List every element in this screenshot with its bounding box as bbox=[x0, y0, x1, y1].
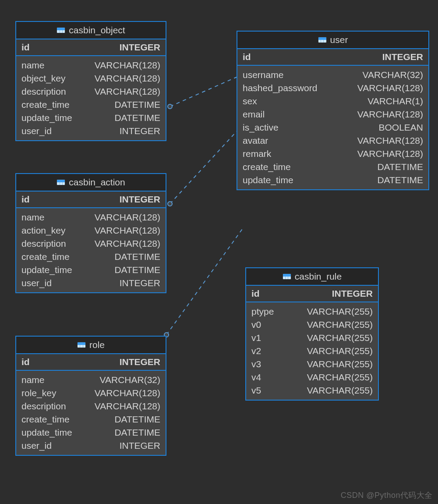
table-header: role bbox=[16, 337, 166, 354]
column-name: role_key bbox=[21, 388, 63, 398]
table-row: user_idINTEGER bbox=[16, 124, 166, 138]
columns-list: ptypeVARCHAR(255)v0VARCHAR(255)v1VARCHAR… bbox=[246, 302, 378, 400]
column-type: VARCHAR(128) bbox=[95, 86, 160, 97]
svg-line-4 bbox=[166, 228, 243, 335]
column-type: VARCHAR(255) bbox=[307, 333, 373, 343]
table-row: hashed_passwordVARCHAR(128) bbox=[237, 82, 428, 95]
columns-list: usernameVARCHAR(32)hashed_passwordVARCHA… bbox=[237, 66, 428, 189]
column-name: action_key bbox=[21, 225, 72, 236]
column-name: v1 bbox=[251, 333, 268, 343]
column-name: id bbox=[243, 52, 258, 62]
table-header: user bbox=[237, 32, 428, 49]
column-name: v4 bbox=[251, 372, 268, 383]
table-title: casbin_action bbox=[69, 177, 125, 188]
table-row: v2VARCHAR(255) bbox=[246, 344, 378, 358]
column-type: VARCHAR(128) bbox=[95, 60, 160, 71]
column-name: avatar bbox=[243, 135, 275, 146]
column-type: DATETIME bbox=[114, 99, 160, 110]
column-name: username bbox=[243, 70, 290, 80]
column-type: INTEGER bbox=[120, 440, 160, 451]
watermark-text: CSDN @Python代码大全 bbox=[341, 490, 433, 500]
table-title: role bbox=[89, 340, 105, 350]
svg-line-0 bbox=[170, 77, 237, 106]
table-row: update_timeDATETIME bbox=[237, 174, 428, 187]
column-name: object_key bbox=[21, 73, 72, 84]
table-header: casbin_action bbox=[16, 174, 166, 192]
table-icon bbox=[318, 37, 327, 43]
table-row: update_timeDATETIME bbox=[16, 111, 166, 124]
column-name: description bbox=[21, 238, 73, 249]
column-name: description bbox=[21, 86, 73, 97]
column-name: name bbox=[21, 60, 52, 71]
column-type: VARCHAR(128) bbox=[95, 212, 160, 223]
column-name: is_active bbox=[243, 122, 286, 133]
column-name: v2 bbox=[251, 346, 268, 356]
column-type: DATETIME bbox=[114, 414, 160, 425]
table-row: v4VARCHAR(255) bbox=[246, 371, 378, 384]
table-row: v5VARCHAR(255) bbox=[246, 384, 378, 397]
table-row: sexVARCHAR(1) bbox=[237, 95, 428, 108]
table-row: update_timeDATETIME bbox=[16, 426, 166, 439]
column-name: create_time bbox=[243, 162, 298, 172]
table-casbin-object[interactable]: casbin_object id INTEGER nameVARCHAR(128… bbox=[15, 21, 166, 141]
table-row: role_keyVARCHAR(128) bbox=[16, 387, 166, 400]
columns-list: nameVARCHAR(128)object_keyVARCHAR(128)de… bbox=[16, 56, 166, 140]
table-icon bbox=[57, 179, 65, 185]
table-row: action_keyVARCHAR(128) bbox=[16, 224, 166, 237]
column-name: user_id bbox=[21, 126, 59, 136]
column-type: VARCHAR(255) bbox=[307, 319, 373, 330]
table-header: casbin_rule bbox=[246, 268, 378, 286]
table-icon bbox=[77, 342, 86, 348]
column-type: VARCHAR(128) bbox=[95, 225, 160, 236]
column-type: VARCHAR(32) bbox=[363, 70, 423, 80]
column-name: v3 bbox=[251, 359, 268, 369]
table-row: nameVARCHAR(128) bbox=[16, 59, 166, 72]
column-type: VARCHAR(128) bbox=[357, 109, 423, 120]
table-row: descriptionVARCHAR(128) bbox=[16, 400, 166, 413]
table-row: v3VARCHAR(255) bbox=[246, 358, 378, 371]
table-role[interactable]: role id INTEGER nameVARCHAR(32)role_keyV… bbox=[15, 336, 166, 456]
column-type: VARCHAR(255) bbox=[307, 372, 373, 383]
column-name: ptype bbox=[251, 306, 281, 317]
table-row: descriptionVARCHAR(128) bbox=[16, 85, 166, 98]
column-type: INTEGER bbox=[120, 194, 160, 205]
table-row: id INTEGER bbox=[16, 39, 166, 56]
column-type: BOOLEAN bbox=[378, 122, 423, 133]
column-type: INTEGER bbox=[382, 52, 423, 62]
table-row: user_idINTEGER bbox=[16, 277, 166, 290]
column-type: VARCHAR(128) bbox=[95, 238, 160, 249]
column-name: create_time bbox=[21, 99, 77, 110]
column-type: INTEGER bbox=[120, 126, 160, 136]
svg-line-2 bbox=[170, 131, 237, 204]
column-name: user_id bbox=[21, 278, 59, 288]
table-row: create_timeDATETIME bbox=[237, 160, 428, 174]
column-type: DATETIME bbox=[114, 427, 160, 438]
table-casbin-action[interactable]: casbin_action id INTEGER nameVARCHAR(128… bbox=[15, 173, 166, 293]
column-type: INTEGER bbox=[120, 42, 160, 53]
table-row: ptypeVARCHAR(255) bbox=[246, 305, 378, 318]
table-row: id INTEGER bbox=[237, 49, 428, 66]
column-name: update_time bbox=[21, 113, 79, 123]
table-user[interactable]: user id INTEGER usernameVARCHAR(32)hashe… bbox=[237, 31, 429, 190]
column-type: DATETIME bbox=[114, 265, 160, 275]
table-row: is_activeBOOLEAN bbox=[237, 121, 428, 134]
table-row: v1VARCHAR(255) bbox=[246, 331, 378, 344]
table-casbin-rule[interactable]: casbin_rule id INTEGER ptypeVARCHAR(255)… bbox=[245, 267, 379, 401]
columns-list: nameVARCHAR(32)role_keyVARCHAR(128)descr… bbox=[16, 371, 166, 455]
column-name: update_time bbox=[243, 175, 300, 185]
table-row: descriptionVARCHAR(128) bbox=[16, 237, 166, 250]
svg-point-3 bbox=[168, 202, 172, 206]
column-name: id bbox=[21, 194, 37, 205]
column-name: id bbox=[21, 357, 37, 367]
column-type: VARCHAR(255) bbox=[307, 346, 373, 356]
column-type: VARCHAR(1) bbox=[367, 96, 423, 106]
column-type: VARCHAR(128) bbox=[357, 135, 423, 146]
column-type: VARCHAR(255) bbox=[307, 385, 373, 396]
column-type: DATETIME bbox=[114, 252, 160, 262]
column-name: create_time bbox=[21, 414, 77, 425]
column-name: name bbox=[21, 375, 52, 385]
column-name: description bbox=[21, 401, 73, 412]
column-type: DATETIME bbox=[377, 162, 423, 172]
column-name: create_time bbox=[21, 252, 77, 262]
column-name: id bbox=[251, 288, 267, 299]
